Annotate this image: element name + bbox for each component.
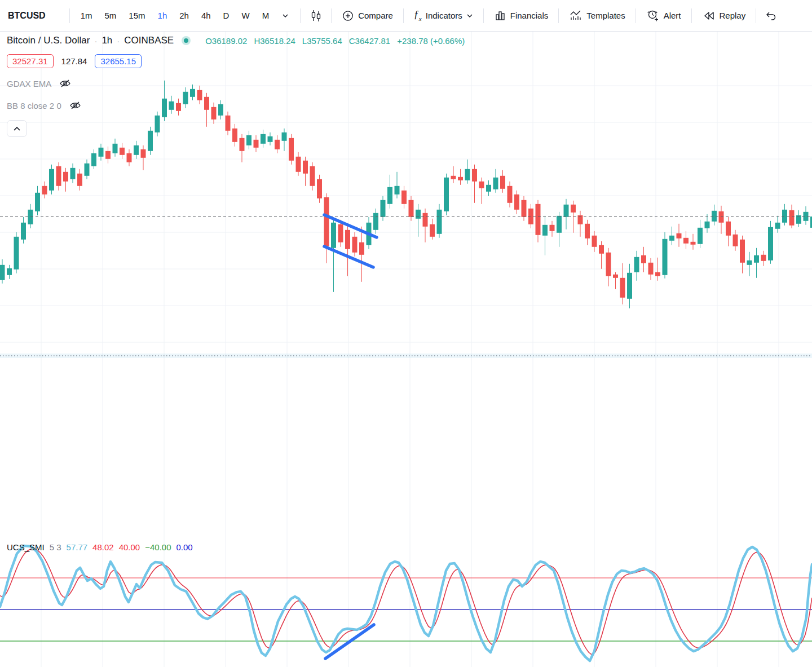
toolbar-separator xyxy=(558,8,559,23)
candle xyxy=(754,248,759,278)
indicator-legend-bb[interactable]: BB 8 close 2 0 xyxy=(7,99,465,112)
candle xyxy=(578,211,583,237)
open-value: O36189.02 xyxy=(205,36,247,46)
replay-button[interactable]: Replay xyxy=(694,7,754,25)
templates-label: Templates xyxy=(586,11,625,20)
compare-label: Compare xyxy=(358,11,393,20)
ohlc-values: O36189.02 H36518.24 L35755.64 C36427.81 … xyxy=(205,36,465,46)
candle xyxy=(113,139,118,157)
candle xyxy=(740,236,745,273)
symbol-legend-row[interactable]: Bitcoin / U.S. Dollar · 1h · COINBASE O3… xyxy=(7,35,465,46)
candle xyxy=(719,206,724,234)
candle xyxy=(423,209,428,242)
candle xyxy=(465,160,470,184)
candle xyxy=(761,251,766,266)
indicator-name: GDAX EMA xyxy=(7,79,51,89)
trading-app: BTCUSD 1m 5m 15m 1h 2h 4h D W M xyxy=(0,0,812,667)
candle xyxy=(91,149,96,169)
candle xyxy=(77,169,82,191)
candle xyxy=(240,134,245,162)
candle xyxy=(437,204,442,238)
indicators-label: Indicators xyxy=(426,11,462,20)
legend-interval: 1h xyxy=(102,35,112,46)
indicators-button[interactable]: ƒx Indicators xyxy=(406,7,481,25)
timeframe-4h[interactable]: 4h xyxy=(196,8,216,23)
candle xyxy=(634,251,639,281)
timeframe-D[interactable]: D xyxy=(218,8,235,23)
indicator-name: BB 8 close 2 0 xyxy=(7,101,61,111)
smi-name: UCS_SMI xyxy=(7,542,45,552)
price-label-row: 32527.31 127.84 32655.15 xyxy=(7,54,465,68)
candle xyxy=(500,170,505,193)
toolbar-separator xyxy=(69,8,70,23)
replay-label: Replay xyxy=(720,11,746,20)
candle xyxy=(599,241,604,269)
timeframe-1m[interactable]: 1m xyxy=(76,8,98,23)
candle xyxy=(416,204,421,237)
legend-exchange: COINBASE xyxy=(124,35,174,46)
legend-collapse-button[interactable] xyxy=(7,120,27,137)
candle xyxy=(691,234,696,250)
candle xyxy=(289,134,294,165)
candle xyxy=(479,178,484,204)
timeframe-W[interactable]: W xyxy=(236,8,254,23)
candle xyxy=(677,224,682,247)
smi-params: 5 3 xyxy=(50,542,61,552)
financials-label: Financials xyxy=(510,11,549,20)
candle xyxy=(317,175,322,203)
candle xyxy=(120,143,125,159)
alert-button[interactable]: Alert xyxy=(638,6,689,25)
financials-button[interactable]: Financials xyxy=(486,7,557,25)
market-status-dot[interactable] xyxy=(182,36,191,45)
candle xyxy=(56,162,61,191)
candle xyxy=(345,226,350,276)
candle xyxy=(381,196,386,221)
eye-hidden-icon[interactable] xyxy=(69,100,81,111)
eye-hidden-icon[interactable] xyxy=(59,78,71,89)
candle xyxy=(592,231,597,252)
toolbar-separator xyxy=(403,8,404,23)
chart-style-button[interactable] xyxy=(303,6,329,26)
templates-button[interactable]: Templates xyxy=(561,7,633,25)
timeframe-1h[interactable]: 1h xyxy=(153,8,173,23)
candle xyxy=(49,165,54,195)
low-value: L35755.64 xyxy=(302,36,342,46)
candle xyxy=(21,217,26,244)
candle xyxy=(606,248,611,286)
toolbar-separator xyxy=(483,8,484,23)
indicator-legend-gdax-ema[interactable]: GDAX EMA xyxy=(7,77,465,90)
candle xyxy=(493,169,498,193)
candle xyxy=(28,204,33,228)
candle xyxy=(698,220,703,248)
candle xyxy=(514,191,519,214)
toolbar-separator xyxy=(300,8,301,23)
smi-indicator-legend[interactable]: UCS_SMI 5 3 57.77 48.02 40.00 −40.00 0.0… xyxy=(7,542,193,552)
candle xyxy=(127,149,132,166)
candle xyxy=(395,172,400,198)
candle xyxy=(585,220,590,245)
candle xyxy=(557,212,562,247)
timeframe-15m[interactable]: 15m xyxy=(123,8,150,23)
candle xyxy=(296,152,301,176)
candle xyxy=(627,264,632,308)
close-value: C36427.81 xyxy=(349,36,390,46)
undo-button[interactable] xyxy=(758,7,783,25)
lower-price-label[interactable]: 32527.31 xyxy=(7,54,54,68)
fx-indicators-icon: ƒx xyxy=(414,10,422,22)
symbol-button[interactable]: BTCUSD xyxy=(0,11,67,21)
upper-price-label[interactable]: 32655.15 xyxy=(95,54,142,68)
chevron-up-icon xyxy=(13,126,21,131)
compare-button[interactable]: Compare xyxy=(334,7,401,25)
candle xyxy=(550,221,555,237)
candle xyxy=(458,169,463,185)
smi-main-line xyxy=(0,546,812,661)
timeframe-M[interactable]: M xyxy=(257,8,275,23)
candle xyxy=(613,272,618,289)
candle xyxy=(683,231,689,249)
candle xyxy=(401,186,407,209)
timeframe-menu-button[interactable] xyxy=(276,8,294,23)
timeframe-2h[interactable]: 2h xyxy=(174,8,194,23)
chart-legend: Bitcoin / U.S. Dollar · 1h · COINBASE O3… xyxy=(7,35,465,137)
timeframe-5m[interactable]: 5m xyxy=(100,8,122,23)
candle xyxy=(134,141,139,159)
